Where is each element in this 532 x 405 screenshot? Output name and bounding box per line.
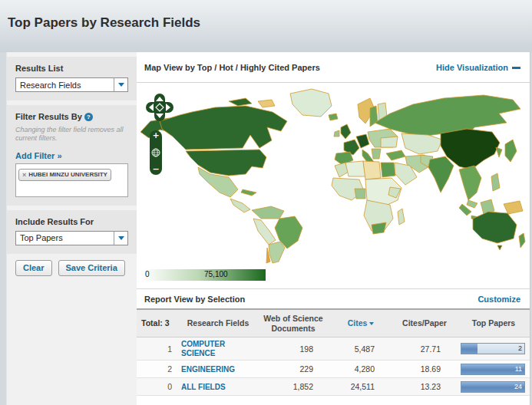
chevron-down-icon[interactable]: [114, 78, 127, 91]
page-title: Top Papers by Research Fields: [0, 0, 532, 31]
sort-descending-icon: [369, 322, 374, 325]
include-results-label: Include Results For: [15, 217, 128, 226]
results-list-label: Results List: [15, 64, 128, 73]
row-cites: 24,511: [330, 378, 392, 396]
row-cites-per-paper: 13.23: [392, 378, 458, 396]
save-criteria-button[interactable]: Save Criteria: [58, 260, 125, 276]
add-filter-link[interactable]: Add Filter »: [15, 151, 62, 160]
row-cites: 4,280: [330, 361, 392, 378]
report-section-header: Report View by Selection Customize: [137, 288, 530, 308]
include-results-select[interactable]: Top Papers: [15, 231, 128, 245]
top-papers-bar: 11: [461, 364, 525, 375]
table-row: 0 ALL FIELDS 1,852 24,511 13.23 24: [137, 378, 530, 396]
sidebar-buttons: Clear Save Criteria: [15, 260, 137, 276]
results-list-section: Results List Research Fields: [7, 57, 137, 100]
row-documents: 198: [256, 338, 330, 361]
field-link-computer-science[interactable]: COMPUTER SCIENCE: [181, 340, 255, 357]
filter-section: Filter Results By? Changing the filter f…: [7, 105, 137, 206]
chevron-down-icon[interactable]: [114, 232, 127, 245]
row-rank: 0: [137, 378, 180, 396]
choropleth-map-image: [137, 83, 530, 267]
globe-icon[interactable]: [151, 148, 160, 157]
include-results-section: Include Results For Top Papers: [7, 210, 137, 254]
include-results-selected-value: Top Papers: [16, 233, 114, 242]
zoom-in-button[interactable]: +: [152, 132, 159, 140]
table-row: 1 COMPUTER SCIENCE 198 5,487 27.71 2: [137, 338, 530, 361]
map-controls: + −: [144, 92, 175, 175]
hide-visualization-link[interactable]: Hide Visualization: [436, 63, 520, 72]
report-title: Report View by Selection: [144, 295, 245, 304]
column-header-cites-per-paper: Cites/Paper: [392, 309, 458, 338]
table-header-row: Total: 3 Research Fields Web of Science …: [137, 309, 530, 338]
top-papers-bar: 24: [461, 381, 525, 393]
top-papers-bar: 2: [461, 343, 525, 354]
pan-control[interactable]: [144, 92, 175, 123]
sidebar: Results List Research Fields Filter Resu…: [6, 52, 137, 405]
map-title: Map View by Top / Hot / Highly Cited Pap…: [144, 63, 320, 72]
remove-filter-icon[interactable]: ×: [22, 171, 26, 179]
report-table: Total: 3 Research Fields Web of Science …: [137, 308, 530, 396]
filter-tags-box: × HUBEI MINZU UNIVERSITY: [15, 163, 128, 197]
map-section-header: Map View by Top / Hot / Highly Cited Pap…: [137, 52, 530, 83]
minus-icon: [512, 67, 520, 69]
column-header-cites[interactable]: Cites: [330, 309, 392, 338]
filter-tag-label: HUBEI MINZU UNIVERSITY: [28, 171, 107, 178]
column-header-top-papers: Top Papers: [458, 309, 530, 338]
results-list-select[interactable]: Research Fields: [15, 77, 128, 92]
page-header: Top Papers by Research Fields: [0, 0, 532, 52]
row-rank: 1: [137, 338, 180, 361]
total-count-label: Total: 3: [137, 309, 180, 338]
help-icon[interactable]: ?: [84, 113, 93, 121]
customize-link[interactable]: Customize: [477, 295, 520, 304]
row-cites-per-paper: 18.69: [392, 361, 458, 378]
column-header-documents: Web of Science Documents: [256, 309, 330, 338]
legend-max-label: 75,100: [204, 270, 228, 278]
page: Top Papers by Research Fields Results Li…: [0, 0, 532, 405]
filter-label: Filter Results By?: [15, 112, 128, 121]
top-papers-value: 24: [514, 382, 522, 392]
clear-button[interactable]: Clear: [15, 260, 52, 276]
filter-tag[interactable]: × HUBEI MINZU UNIVERSITY: [18, 169, 111, 181]
top-papers-value: 11: [515, 364, 522, 374]
main-panel: Map View by Top / Hot / Highly Cited Pap…: [137, 52, 530, 405]
world-map[interactable]: + − 0 75,100: [137, 83, 530, 288]
table-row: 2 ENGINEERING 229 4,280 18.69 11: [137, 361, 530, 378]
legend-min-label: 0: [145, 270, 150, 278]
row-cites: 5,487: [330, 338, 392, 361]
row-rank: 2: [137, 361, 180, 378]
results-list-selected-value: Research Fields: [16, 81, 114, 90]
row-documents: 1,852: [256, 378, 330, 396]
map-legend: 0 75,100: [143, 269, 266, 281]
top-papers-value: 2: [518, 344, 522, 354]
zoom-out-button[interactable]: −: [152, 166, 159, 173]
row-documents: 229: [256, 361, 330, 378]
row-cites-per-paper: 27.71: [392, 338, 458, 361]
filter-note: Changing the filter field removes all cu…: [15, 126, 128, 143]
field-link-all-fields[interactable]: ALL FIELDS: [181, 383, 226, 392]
zoom-control: + −: [150, 130, 162, 175]
field-link-engineering[interactable]: ENGINEERING: [181, 365, 235, 374]
column-header-research-fields: Research Fields: [180, 309, 256, 338]
